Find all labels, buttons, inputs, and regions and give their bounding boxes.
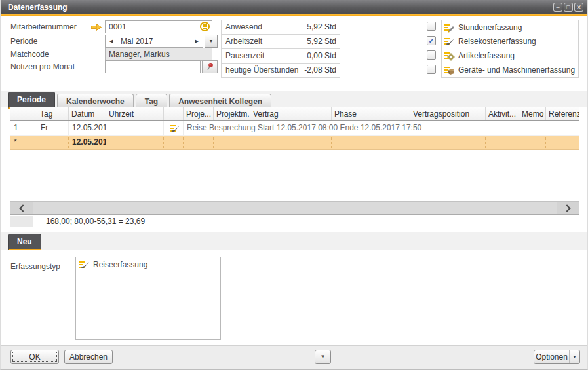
ok-button[interactable]: OK bbox=[10, 350, 59, 364]
collapse-panel-button[interactable]: ▼ bbox=[315, 350, 331, 364]
cell-projekt bbox=[184, 136, 214, 149]
stat-value: 5,92 Std bbox=[302, 35, 340, 48]
minimize-icon: – bbox=[556, 4, 559, 10]
module-item-maschinenerfassung[interactable]: Geräte- und Maschinenerfassung bbox=[441, 63, 579, 78]
mitarbeiternummer-value: 0001 bbox=[109, 22, 127, 31]
cell-phase bbox=[332, 136, 410, 149]
cell-rownum: * bbox=[10, 136, 37, 149]
erfassungstyp-listbox[interactable]: Reiseerfassung bbox=[75, 257, 221, 340]
column-header-vertragsposition[interactable]: Vertragsposition bbox=[410, 107, 486, 120]
column-header-rownum[interactable] bbox=[10, 107, 37, 120]
close-icon: ✕ bbox=[576, 4, 581, 10]
module-row-artikelerfassung: ✓ Artikelerfassung bbox=[427, 48, 579, 63]
tab-neu[interactable]: Neu bbox=[8, 234, 41, 251]
cell-type-icon bbox=[164, 136, 184, 149]
chevron-right-icon bbox=[563, 204, 570, 212]
column-header-uhrzeit[interactable]: Uhrzeit bbox=[106, 107, 164, 120]
column-header-tag[interactable]: Tag bbox=[37, 107, 69, 120]
scroll-left-button[interactable] bbox=[10, 202, 33, 214]
options-button[interactable]: Optionen ▼ bbox=[534, 350, 580, 364]
reisekostenerfassung-checkbox[interactable]: ✓ bbox=[427, 36, 436, 45]
cell-aktivitaet bbox=[486, 136, 519, 149]
cell-vertragsposition bbox=[410, 136, 486, 149]
module-list: ✓ Stundenerfassung ✓ Reisekostenerfassun… bbox=[427, 20, 579, 77]
travel-plane-icon bbox=[170, 123, 180, 134]
column-header-projekt[interactable]: Proje... bbox=[184, 107, 214, 120]
summary-strip: 168,00; 80,00-56,31 = 23,69 bbox=[10, 216, 579, 227]
lookup-icon[interactable] bbox=[200, 22, 210, 31]
column-header-memo[interactable]: Memo bbox=[519, 107, 546, 120]
table-row-new[interactable]: * 12.05.2017 bbox=[10, 136, 579, 150]
erfassungstyp-label: Erfassungstyp bbox=[10, 260, 60, 273]
travel-plane-icon bbox=[444, 36, 455, 46]
column-header-icon[interactable] bbox=[164, 107, 184, 120]
pencil-lines-icon bbox=[444, 22, 455, 33]
horizontal-scrollbar[interactable] bbox=[10, 201, 579, 214]
machine-box-icon bbox=[444, 65, 455, 75]
maschinenerfassung-checkbox[interactable]: ✓ bbox=[427, 65, 436, 74]
chevron-left-icon bbox=[19, 204, 26, 212]
stat-label: Pausenzeit bbox=[222, 49, 302, 63]
cell-type-icon bbox=[164, 121, 184, 135]
window-title: Datenerfassung bbox=[8, 0, 68, 14]
module-label: Artikelerfassung bbox=[458, 51, 515, 60]
module-label: Stundenerfassung bbox=[458, 23, 522, 32]
entries-grid: Tag Datum Uhrzeit Proje... Projektm... V… bbox=[10, 107, 579, 215]
stat-label: Anwesend bbox=[222, 20, 302, 34]
table-row[interactable]: 1 Fr 12.05.2017 Reise Besprechung Start … bbox=[10, 121, 579, 136]
column-header-referenz[interactable]: Referenz bbox=[546, 107, 579, 120]
column-header-aktivitaet[interactable]: Aktivit... bbox=[486, 107, 519, 120]
neu-tab-band bbox=[1, 232, 587, 250]
cell-tag: Fr bbox=[37, 121, 69, 135]
matchcode-field: Manager, Markus bbox=[105, 48, 212, 61]
chevron-down-icon: ▼ bbox=[209, 39, 214, 43]
notizen-label: Notizen pro Monat bbox=[10, 60, 75, 73]
module-item-artikelerfassung[interactable]: Artikelerfassung bbox=[441, 48, 579, 64]
module-row-stundenerfassung: ✓ Stundenerfassung bbox=[427, 20, 579, 34]
cell-rownum: 1 bbox=[10, 121, 37, 135]
periode-row: Periode bbox=[10, 35, 37, 48]
notizen-input[interactable] bbox=[105, 60, 201, 73]
mitarbeiternummer-row: Mitarbeiternummer bbox=[10, 20, 77, 33]
stat-value: 0,00 Std bbox=[302, 49, 340, 63]
next-period-icon[interactable]: ▶ bbox=[195, 35, 199, 47]
module-row-reisekostenerfassung: ✓ Reisekostenerfassung bbox=[427, 34, 579, 48]
module-item-stundenerfassung[interactable]: Stundenerfassung bbox=[441, 20, 579, 35]
periode-dropdown-button[interactable]: ▼ bbox=[205, 35, 218, 48]
stundenerfassung-checkbox[interactable]: ✓ bbox=[427, 22, 436, 31]
module-item-reisekostenerfassung[interactable]: Reisekostenerfassung bbox=[441, 34, 579, 49]
cell-tag bbox=[37, 136, 69, 149]
titlebar[interactable]: Datenerfassung – □ ✕ bbox=[1, 0, 587, 14]
cancel-button[interactable]: Abbrechen bbox=[64, 350, 113, 364]
accent-bar bbox=[1, 14, 587, 16]
column-header-vertrag[interactable]: Vertrag bbox=[250, 107, 332, 120]
periode-selector[interactable]: ◀ Mai 2017 ▶ bbox=[105, 35, 203, 48]
minimize-button[interactable]: – bbox=[553, 3, 562, 12]
matchcode-label: Matchcode bbox=[10, 48, 49, 61]
cell-datum: 12.05.2017 bbox=[69, 121, 106, 135]
scroll-right-button[interactable] bbox=[557, 202, 579, 214]
check-icon: ✓ bbox=[427, 37, 435, 45]
grid-header: Tag Datum Uhrzeit Proje... Projektm... V… bbox=[10, 107, 579, 121]
stat-row: Pausenzeit 0,00 Std bbox=[221, 49, 340, 64]
note-pin-button[interactable] bbox=[202, 60, 218, 73]
footer-bar: OK Abbrechen ▼ Optionen ▼ bbox=[1, 345, 587, 370]
listbox-item-reiseerfassung[interactable]: Reiseerfassung bbox=[76, 257, 220, 272]
time-stats-panel: Anwesend 5,92 Std Arbeitszeit 5,92 Std P… bbox=[221, 20, 340, 78]
maximize-button[interactable]: □ bbox=[564, 3, 573, 12]
close-button[interactable]: ✕ bbox=[574, 3, 583, 12]
mitarbeiternummer-input[interactable]: 0001 bbox=[105, 20, 212, 33]
stat-value: -2,08 Std bbox=[302, 64, 340, 77]
module-label: Geräte- und Maschinenerfassung bbox=[458, 65, 575, 75]
column-header-phase[interactable]: Phase bbox=[332, 107, 410, 120]
cell-datum: 12.05.2017 bbox=[69, 136, 106, 149]
summary-row-header bbox=[10, 216, 33, 227]
matchcode-value: Manager, Markus bbox=[109, 50, 170, 59]
artikelerfassung-checkbox[interactable]: ✓ bbox=[427, 50, 436, 60]
pin-icon bbox=[206, 62, 214, 71]
previous-period-icon[interactable]: ◀ bbox=[109, 35, 113, 47]
column-header-datum[interactable]: Datum bbox=[69, 107, 106, 120]
column-header-projektm[interactable]: Projektm... bbox=[214, 107, 250, 120]
cell-projektm bbox=[214, 136, 250, 149]
stat-row: Arbeitszeit 5,92 Std bbox=[221, 35, 340, 49]
